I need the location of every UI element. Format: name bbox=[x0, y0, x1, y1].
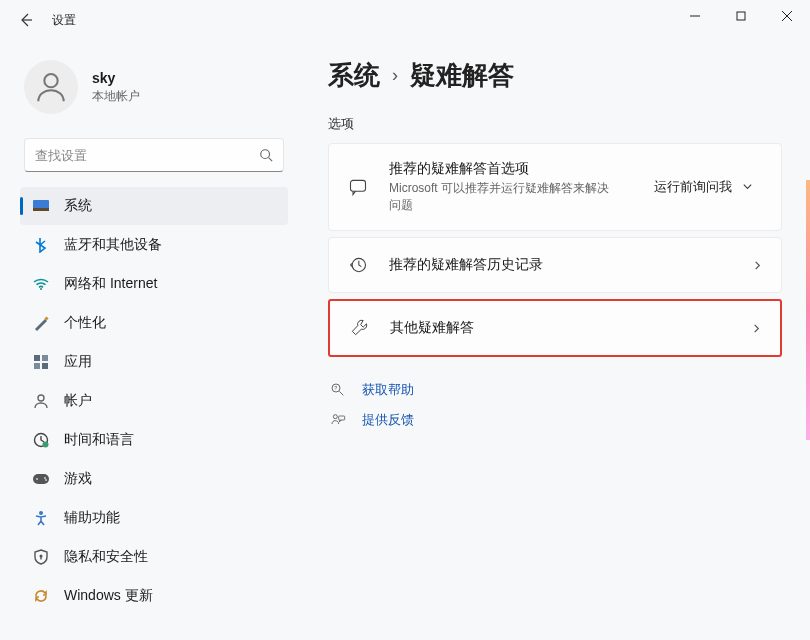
history-title: 推荐的疑难解答历史记录 bbox=[389, 256, 752, 274]
sidebar-item-label: 隐私和安全性 bbox=[64, 548, 148, 566]
sidebar-item-account[interactable]: 帐户 bbox=[20, 382, 288, 420]
svg-text:?: ? bbox=[334, 385, 337, 391]
search-box[interactable] bbox=[24, 138, 284, 172]
avatar bbox=[24, 60, 78, 114]
recommended-preferences-card[interactable]: 推荐的疑难解答首选项 Microsoft 可以推荐并运行疑难解答来解决问题 运行… bbox=[328, 143, 782, 231]
sidebar-item-label: 蓝牙和其他设备 bbox=[64, 236, 162, 254]
recommended-title: 推荐的疑难解答首选项 bbox=[389, 160, 644, 178]
sidebar-item-label: 帐户 bbox=[64, 392, 92, 410]
sidebar-item-label: 系统 bbox=[64, 197, 92, 215]
sidebar-item-label: 个性化 bbox=[64, 314, 106, 332]
get-help-link[interactable]: ? 获取帮助 bbox=[328, 375, 782, 405]
svg-rect-11 bbox=[34, 355, 40, 361]
search-icon bbox=[259, 148, 273, 162]
sidebar-item-system[interactable]: 系统 bbox=[20, 187, 288, 225]
svg-point-19 bbox=[36, 478, 38, 480]
gaming-icon bbox=[32, 470, 50, 488]
sidebar-item-time[interactable]: 时间和语言 bbox=[20, 421, 288, 459]
svg-rect-13 bbox=[34, 363, 40, 369]
user-subtitle: 本地帐户 bbox=[92, 88, 140, 105]
apps-icon bbox=[32, 353, 50, 371]
svg-rect-12 bbox=[42, 355, 48, 361]
svg-rect-14 bbox=[42, 363, 48, 369]
recommended-dropdown[interactable]: 运行前询问我 bbox=[644, 172, 763, 202]
privacy-icon bbox=[32, 548, 50, 566]
sidebar-item-gaming[interactable]: 游戏 bbox=[20, 460, 288, 498]
time-icon bbox=[32, 431, 50, 449]
sidebar: sky 本地帐户 系统蓝牙和其他设备网络和 Internet个性化应用帐户时间和… bbox=[0, 40, 300, 640]
wrench-icon bbox=[348, 317, 370, 339]
svg-rect-24 bbox=[40, 557, 41, 560]
sidebar-item-label: 网络和 Internet bbox=[64, 275, 157, 293]
window-title: 设置 bbox=[52, 12, 76, 29]
accessibility-icon bbox=[32, 509, 50, 527]
user-name: sky bbox=[92, 70, 140, 86]
svg-point-15 bbox=[38, 395, 44, 401]
svg-point-9 bbox=[40, 288, 42, 290]
breadcrumb-current: 疑难解答 bbox=[410, 58, 514, 93]
history-icon bbox=[347, 254, 369, 276]
svg-point-20 bbox=[44, 477, 46, 479]
sidebar-item-personalize[interactable]: 个性化 bbox=[20, 304, 288, 342]
sidebar-item-update[interactable]: Windows 更新 bbox=[20, 577, 288, 615]
feedback-icon bbox=[328, 412, 348, 428]
sidebar-item-label: 游戏 bbox=[64, 470, 92, 488]
svg-point-22 bbox=[39, 511, 43, 515]
recommended-sub: Microsoft 可以推荐并运行疑难解答来解决问题 bbox=[389, 180, 619, 214]
svg-line-6 bbox=[269, 158, 273, 162]
dropdown-label: 运行前询问我 bbox=[654, 178, 732, 196]
accent-strip bbox=[806, 180, 810, 440]
svg-rect-25 bbox=[351, 180, 366, 191]
history-card[interactable]: 推荐的疑难解答历史记录 bbox=[328, 237, 782, 293]
sidebar-item-bluetooth[interactable]: 蓝牙和其他设备 bbox=[20, 226, 288, 264]
close-icon bbox=[782, 11, 792, 21]
feedback-label: 提供反馈 bbox=[362, 411, 414, 429]
system-icon bbox=[32, 197, 50, 215]
help-links: ? 获取帮助 提供反馈 bbox=[328, 375, 782, 435]
svg-rect-18 bbox=[33, 474, 49, 484]
minimize-button[interactable] bbox=[672, 0, 718, 32]
titlebar: 设置 bbox=[0, 0, 810, 40]
back-button[interactable] bbox=[8, 2, 44, 38]
nav: 系统蓝牙和其他设备网络和 Internet个性化应用帐户时间和语言游戏辅助功能隐… bbox=[16, 186, 292, 640]
update-icon bbox=[32, 587, 50, 605]
person-icon bbox=[32, 68, 70, 106]
window-controls bbox=[672, 0, 810, 32]
get-help-label: 获取帮助 bbox=[362, 381, 414, 399]
breadcrumb-parent[interactable]: 系统 bbox=[328, 58, 380, 93]
sidebar-item-label: 应用 bbox=[64, 353, 92, 371]
sidebar-item-wifi[interactable]: 网络和 Internet bbox=[20, 265, 288, 303]
svg-rect-30 bbox=[339, 416, 345, 420]
account-icon bbox=[32, 392, 50, 410]
maximize-button[interactable] bbox=[718, 0, 764, 32]
chevron-right-icon bbox=[751, 323, 762, 334]
sidebar-item-apps[interactable]: 应用 bbox=[20, 343, 288, 381]
feedback-link[interactable]: 提供反馈 bbox=[328, 405, 782, 435]
sidebar-item-label: 时间和语言 bbox=[64, 431, 134, 449]
svg-point-5 bbox=[261, 150, 270, 159]
svg-point-21 bbox=[45, 479, 47, 481]
search-input[interactable] bbox=[35, 148, 259, 163]
svg-point-29 bbox=[333, 415, 337, 419]
help-icon: ? bbox=[328, 382, 348, 398]
content: 系统 › 疑难解答 选项 推荐的疑难解答首选项 Microsoft 可以推荐并运… bbox=[300, 40, 810, 640]
user-block[interactable]: sky 本地帐户 bbox=[16, 52, 292, 130]
other-troubleshooters-card[interactable]: 其他疑难解答 bbox=[328, 299, 782, 357]
close-button[interactable] bbox=[764, 0, 810, 32]
svg-rect-8 bbox=[33, 208, 49, 211]
breadcrumb: 系统 › 疑难解答 bbox=[328, 58, 782, 93]
chevron-down-icon bbox=[742, 180, 753, 195]
other-title: 其他疑难解答 bbox=[390, 319, 751, 337]
maximize-icon bbox=[736, 11, 746, 21]
sidebar-item-accessibility[interactable]: 辅助功能 bbox=[20, 499, 288, 537]
sidebar-item-label: Windows 更新 bbox=[64, 587, 153, 605]
chevron-right-icon bbox=[752, 260, 763, 271]
svg-point-4 bbox=[44, 74, 57, 87]
chat-icon bbox=[347, 176, 369, 198]
svg-rect-1 bbox=[737, 12, 745, 20]
wifi-icon bbox=[32, 275, 50, 293]
personalize-icon bbox=[32, 314, 50, 332]
sidebar-item-label: 辅助功能 bbox=[64, 509, 120, 527]
section-label: 选项 bbox=[328, 115, 782, 133]
sidebar-item-privacy[interactable]: 隐私和安全性 bbox=[20, 538, 288, 576]
